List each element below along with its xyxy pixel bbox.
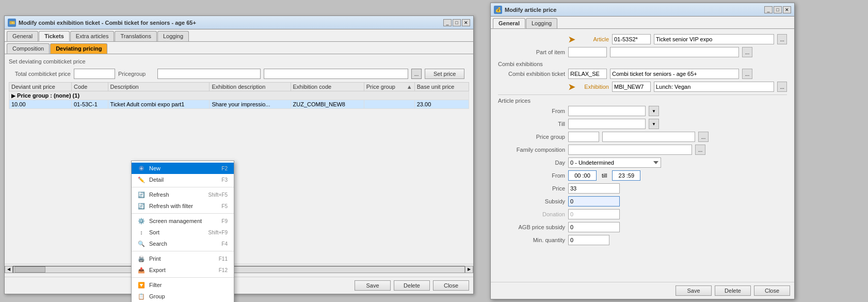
cell-desc: Ticket Adult combi expo part1	[108, 100, 210, 109]
from-time-input[interactable]	[568, 170, 597, 181]
right-tab-general[interactable]: General	[493, 18, 525, 28]
print-icon: 🖨️	[138, 255, 145, 262]
set-price-button[interactable]: Set price	[425, 69, 464, 79]
right-close-button[interactable]: ✕	[783, 6, 791, 13]
subsidy-input[interactable]	[568, 196, 620, 206]
family-composition-ellipsis-button[interactable]: ...	[695, 145, 705, 155]
price-group-ellipsis-button[interactable]: ...	[698, 132, 709, 142]
price-group-code-input[interactable]	[568, 132, 599, 142]
sub-tab-composition[interactable]: Composition	[7, 43, 50, 54]
menu-print-shortcut: F11	[219, 256, 228, 262]
scroll-left-button[interactable]: ◀	[5, 266, 13, 273]
family-composition-input[interactable]	[568, 145, 692, 155]
minimize-button[interactable]: _	[443, 19, 452, 26]
menu-item-export[interactable]: 📤 Export F12	[132, 264, 234, 276]
main-window-icon: 🎫	[8, 19, 16, 27]
tab-tickets[interactable]: Tickets	[39, 31, 70, 41]
article-link[interactable]: Article	[578, 36, 609, 42]
till-time-input[interactable]	[612, 170, 640, 181]
main-tab-bar: General Tickets Extra articles Translati…	[5, 29, 473, 42]
menu-item-sort[interactable]: ↕️ Sort Shift+F9	[132, 227, 234, 238]
section-title: Set deviating combiticket price	[9, 58, 469, 65]
menu-item-filter[interactable]: 🔽 Filter	[132, 279, 234, 291]
total-price-input[interactable]	[74, 69, 115, 79]
export-icon: 📤	[138, 266, 145, 274]
close-main-button[interactable]: ✕	[462, 19, 470, 26]
family-composition-label: Family composition	[498, 147, 565, 153]
exhibition-ellipsis-button[interactable]: ...	[777, 82, 787, 92]
menu-item-print[interactable]: 🖨️ Print F11	[132, 253, 234, 264]
menu-item-search[interactable]: 🔍 Search F4	[132, 238, 234, 249]
menu-detail-shortcut: F3	[221, 177, 228, 183]
price-input[interactable]	[568, 183, 620, 194]
menu-item-refresh[interactable]: 🔄 Refresh Shift+F5	[132, 189, 234, 200]
right-maximize-button[interactable]: □	[774, 6, 782, 13]
tab-extra-articles[interactable]: Extra articles	[70, 31, 115, 41]
min-qty-input[interactable]	[568, 235, 609, 245]
cell-exhib-desc: Share your impressio...	[210, 100, 291, 109]
till-time-separator: till	[600, 172, 609, 179]
exhibition-link[interactable]: Exhibition	[578, 84, 609, 90]
maximize-button[interactable]: □	[453, 19, 461, 26]
pricegroup-code-input[interactable]	[157, 69, 261, 79]
part-code-input[interactable]	[568, 47, 607, 57]
delete-button[interactable]: Delete	[394, 280, 430, 291]
scroll-thumb[interactable]	[14, 266, 45, 273]
right-minimize-button[interactable]: _	[764, 6, 773, 13]
right-title-container: 💰 Modify article price	[494, 6, 556, 14]
tab-translations[interactable]: Translations	[115, 31, 157, 41]
context-menu: + New F2 ✏️ Detail F3 🔄 Refresh Shift+F5…	[131, 161, 234, 302]
menu-item-detail[interactable]: ✏️ Detail F3	[132, 174, 234, 185]
total-label: Total combiticket price	[9, 71, 71, 77]
price-group-desc-input[interactable]	[602, 132, 695, 142]
combi-ticket-ellipsis-button[interactable]: ...	[742, 69, 752, 79]
right-delete-button[interactable]: Delete	[715, 285, 751, 296]
tab-general[interactable]: General	[7, 31, 38, 41]
sub-tab-deviating-pricing[interactable]: Deviating pricing	[50, 43, 107, 54]
combi-ticket-desc-input[interactable]	[610, 69, 739, 79]
agb-input[interactable]	[568, 222, 620, 232]
plus-icon: +	[138, 165, 145, 172]
combi-ticket-code-input[interactable]	[568, 69, 607, 79]
table-row[interactable]: 10.00 01-53C-1 Ticket Adult combi expo p…	[9, 100, 469, 109]
scroll-track[interactable]	[13, 266, 465, 273]
pricegroup-ellipsis-button[interactable]: ...	[411, 69, 422, 79]
right-close-button[interactable]: Close	[754, 285, 790, 296]
menu-item-group[interactable]: 📋 Group	[132, 291, 234, 302]
till-input[interactable]	[568, 119, 646, 129]
article-ellipsis-button[interactable]: ...	[777, 34, 787, 44]
from-time-label: From	[498, 172, 565, 179]
menu-item-new[interactable]: + New F2	[132, 163, 234, 174]
main-window: 🎫 Modify combi exhibition ticket - Combi…	[4, 15, 474, 294]
exhibition-desc-input[interactable]	[654, 82, 774, 92]
combi-ticket-label: Combi exhibition ticket	[498, 71, 565, 77]
menu-item-screen-mgmt[interactable]: ⚙️ Screen management F9	[132, 215, 234, 227]
save-button[interactable]: Save	[355, 280, 391, 291]
from-row: From ▼	[498, 106, 787, 116]
pricegroup-desc-input[interactable]	[264, 69, 408, 79]
col-deviant-price: Deviant unit price	[9, 83, 72, 91]
main-content: Set deviating combiticket price Total co…	[5, 54, 473, 113]
menu-detail-label: Detail	[149, 177, 164, 183]
from-dropdown-button[interactable]: ▼	[649, 106, 659, 116]
day-label: Day	[498, 160, 565, 166]
settings-icon: ⚙️	[138, 217, 145, 225]
day-select[interactable]: 0 - Undetermined	[568, 157, 661, 168]
from-input[interactable]	[568, 106, 646, 116]
part-desc-input[interactable]	[610, 47, 739, 57]
article-desc-input[interactable]	[654, 34, 774, 44]
scroll-right-button[interactable]: ▶	[465, 266, 473, 273]
group-icon: 📋	[138, 293, 145, 300]
part-ellipsis-button[interactable]: ...	[742, 47, 752, 57]
menu-item-refresh-filter[interactable]: 🔄 Refresh with filter F5	[132, 200, 234, 212]
agb-row: AGB price subsidy	[498, 222, 787, 232]
close-button[interactable]: Close	[433, 280, 469, 291]
article-code-input[interactable]	[612, 34, 651, 44]
right-tab-logging[interactable]: Logging	[526, 18, 557, 28]
menu-screen-mgmt-label: Screen management	[149, 218, 202, 224]
till-dropdown-button[interactable]: ▼	[649, 119, 659, 129]
exhibition-code-input[interactable]	[612, 82, 651, 92]
tab-logging[interactable]: Logging	[157, 31, 189, 41]
exhibition-arrow-icon: ➤	[568, 82, 575, 92]
right-save-button[interactable]: Save	[676, 285, 712, 296]
